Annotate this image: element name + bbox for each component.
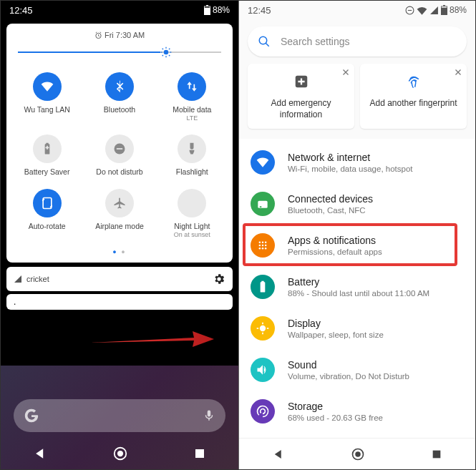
- qs-tile-label: Do not disturb: [96, 167, 142, 177]
- svg-line-9: [162, 49, 162, 49]
- settings-row-title: Display: [288, 318, 384, 329]
- svg-rect-28: [260, 207, 262, 208]
- qs-tile-flashlight[interactable]: Flashlight: [156, 130, 228, 181]
- svg-rect-45: [433, 450, 441, 458]
- svg-point-36: [262, 248, 264, 250]
- settings-row-apps-notifications[interactable]: Apps & notificationsPermissions, default…: [239, 225, 475, 266]
- qs-tile-mobile-data[interactable]: Mobile dataLTE: [156, 68, 228, 126]
- nav-back-icon[interactable]: [33, 446, 47, 461]
- qs-tile-icon: [178, 189, 206, 217]
- settings-row-title: Connected devices: [288, 193, 373, 205]
- battery-icon: [204, 5, 210, 15]
- settings-row-icon: [251, 150, 275, 175]
- status-time: 12:45: [248, 5, 271, 16]
- alarm-row[interactable]: Fri 7:30 AM: [11, 31, 228, 39]
- nav-recent-icon[interactable]: [431, 449, 442, 460]
- nav-recent-icon[interactable]: [193, 447, 206, 460]
- qs-tile-icon: [33, 72, 62, 101]
- settings-gear-icon[interactable]: [213, 273, 225, 285]
- card-fingerprint[interactable]: Add another fingerprint: [360, 64, 467, 129]
- qs-tile-label: Bluetooth: [104, 105, 135, 114]
- svg-point-4: [163, 50, 168, 55]
- card-emergency-info[interactable]: Add emergency information: [248, 64, 354, 129]
- nav-home-icon[interactable]: [112, 446, 128, 461]
- close-icon[interactable]: [454, 68, 462, 77]
- nav-bar: [1, 438, 238, 469]
- qs-tile-sub: LTE: [186, 114, 198, 122]
- nav-back-icon[interactable]: [272, 448, 285, 461]
- dnd-icon: [405, 6, 414, 15]
- settings-row-sub: Bluetooth, Cast, NFC: [288, 206, 373, 215]
- settings-row-icon: [251, 358, 275, 382]
- qs-tile-label: Mobile data: [173, 105, 211, 114]
- google-g-icon: [24, 408, 39, 424]
- battery-percent: 88%: [450, 5, 467, 15]
- carrier-name: cricket: [26, 275, 49, 283]
- qs-tile-icon: [105, 189, 134, 217]
- settings-row-storage[interactable]: Storage68% used - 20.63 GB free: [239, 391, 475, 432]
- fingerprint-icon: [406, 74, 422, 89]
- qs-tile-bluetooth[interactable]: Bluetooth: [83, 68, 155, 126]
- annotation-arrow: [87, 328, 215, 350]
- nav-home-icon[interactable]: [351, 447, 365, 461]
- search-icon: [258, 35, 271, 48]
- close-icon[interactable]: [341, 68, 350, 77]
- brightness-thumb-icon: [160, 46, 172, 58]
- alarm-icon: [94, 31, 102, 39]
- settings-row-title: Apps & notifications: [288, 235, 382, 246]
- card-label: Add another fingerprint: [366, 98, 461, 109]
- qs-tile-night-light[interactable]: Night LightOn at sunset: [156, 185, 228, 243]
- svg-point-32: [259, 245, 261, 247]
- settings-row-title: Storage: [288, 401, 383, 412]
- medical-icon: [293, 74, 309, 89]
- qs-tile-airplane-mode[interactable]: Airplane mode: [83, 185, 155, 243]
- svg-rect-1: [206, 5, 208, 6]
- settings-row-sound[interactable]: SoundVolume, vibration, Do Not Disturb: [239, 349, 475, 391]
- mic-icon[interactable]: [203, 409, 215, 422]
- quick-settings-panel: Fri 7:30 AM Wu Tang LANBluetoothMobile d…: [6, 24, 233, 263]
- wifi-icon: [417, 6, 427, 15]
- svg-point-17: [117, 451, 123, 456]
- settings-row-sub: Permissions, default apps: [288, 248, 382, 256]
- settings-row-icon: [251, 192, 275, 216]
- qs-tile-auto-rotate[interactable]: Auto-rotate: [11, 185, 83, 243]
- svg-rect-14: [117, 148, 122, 150]
- settings-row-sub: 88% - Should last until about 11:00 AM: [288, 289, 429, 298]
- settings-row-display[interactable]: DisplayWallpaper, sleep, font size: [239, 308, 475, 349]
- qs-tile-icon: [105, 134, 134, 163]
- qs-tile-icon: [33, 134, 62, 163]
- battery-percent: 88%: [213, 5, 230, 15]
- svg-point-29: [259, 242, 261, 244]
- qs-tile-icon: [178, 72, 206, 101]
- svg-point-37: [265, 248, 267, 250]
- google-search-bar[interactable]: [14, 399, 225, 432]
- svg-point-35: [259, 248, 261, 250]
- battery-icon: [441, 5, 447, 15]
- settings-row-title: Battery: [288, 276, 429, 288]
- qs-tile-do-not-disturb[interactable]: Do not disturb: [83, 130, 155, 181]
- settings-row-network-internet[interactable]: Network & internetWi-Fi, mobile, data us…: [239, 142, 475, 183]
- brightness-slider[interactable]: [18, 45, 221, 59]
- page-dots: ● ●: [11, 248, 228, 255]
- card-label: Add emergency information: [253, 98, 349, 120]
- qs-tile-battery-saver[interactable]: Battery Saver: [11, 130, 83, 181]
- qs-tile-wu-tang-lan[interactable]: Wu Tang LAN: [11, 68, 83, 126]
- settings-row-sub: 68% used - 20.63 GB free: [288, 413, 383, 422]
- signal-icon: [429, 6, 439, 15]
- settings-row-battery[interactable]: Battery88% - Should last until about 11:…: [239, 266, 475, 308]
- status-bar: 12:45 88%: [239, 1, 475, 19]
- signal-icon: [14, 275, 22, 283]
- svg-point-33: [262, 245, 264, 247]
- qs-tile-label: Airplane mode: [95, 222, 144, 231]
- settings-row-icon: [251, 275, 275, 299]
- alarm-text: Fri 7:30 AM: [105, 31, 145, 39]
- svg-point-38: [260, 325, 266, 331]
- nav-bar: [239, 438, 475, 469]
- notification-stub[interactable]: .: [6, 294, 233, 310]
- search-settings[interactable]: Search settings: [248, 26, 467, 57]
- settings-row-sub: Volume, vibration, Do Not Disturb: [288, 372, 409, 381]
- svg-rect-2: [205, 6, 210, 7]
- settings-row-sub: Wi-Fi, mobile, data usage, hotspot: [288, 165, 413, 173]
- settings-row-connected-devices[interactable]: Connected devicesBluetooth, Cast, NFC: [239, 183, 475, 225]
- qs-tile-label: Flashlight: [176, 167, 208, 177]
